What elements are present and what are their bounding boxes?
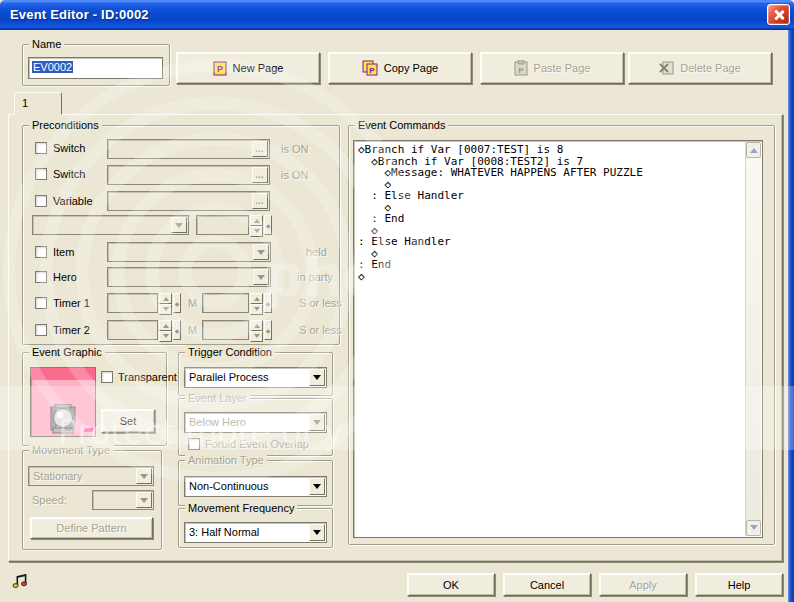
event-layer-label: Event Layer <box>185 391 250 405</box>
switch2-condition-label: is ON <box>281 169 309 181</box>
name-input-selected-text: EV0002 <box>32 61 73 73</box>
spinner-down-icon <box>159 331 172 342</box>
command-line[interactable]: : End <box>358 259 742 271</box>
new-page-button[interactable]: P New Page <box>176 52 320 84</box>
help-label: Help <box>728 579 751 591</box>
spinner-up-icon <box>159 293 172 304</box>
timer1-checkbox[interactable] <box>35 297 47 309</box>
apply-button: Apply <box>599 573 687 596</box>
copy-page-icon: P <box>362 60 378 76</box>
variable-checkbox[interactable] <box>35 195 47 207</box>
spinner-up-icon <box>250 320 263 331</box>
hero-checkbox[interactable] <box>35 271 47 283</box>
trigger-condition-dropdown[interactable]: Parallel Process <box>184 367 327 388</box>
timer1-minutes-spinner: ◆ <box>107 293 181 313</box>
window-title: Event Editor - ID:0002 <box>10 7 149 22</box>
event-editor-window: Event Editor - ID:0002 Name EV0002 P New… <box>0 0 794 602</box>
define-pattern-label: Define Pattern <box>56 522 126 534</box>
svg-text:P: P <box>217 64 223 74</box>
timer2-seconds-spinner: ◆ <box>202 320 272 340</box>
ok-button[interactable]: OK <box>407 573 495 596</box>
item-label: Item <box>53 246 74 258</box>
spinner-up-icon <box>250 293 263 304</box>
item-dropdown <box>107 242 271 262</box>
page-tab-1[interactable]: 1 <box>14 92 62 115</box>
define-pattern-button: Define Pattern <box>30 517 153 539</box>
timer1-seconds-spinner: ◆ <box>202 293 272 313</box>
spinner-down-icon <box>159 304 172 315</box>
hero-condition-label: in party <box>297 271 333 283</box>
command-line[interactable]: ◇ <box>358 271 742 283</box>
spinner-toggle-icon: ◆ <box>264 215 272 235</box>
command-line[interactable]: : Else Handler <box>358 236 742 248</box>
chevron-down-icon <box>309 478 325 495</box>
transparent-checkbox[interactable] <box>101 371 113 383</box>
switch1-condition-label: is ON <box>281 143 309 155</box>
chevron-down-icon <box>309 414 325 431</box>
item-checkbox[interactable] <box>35 246 47 258</box>
item-condition-label: held <box>306 246 327 258</box>
apply-label: Apply <box>629 579 657 591</box>
delete-page-icon <box>659 61 674 75</box>
variable-label: Variable <box>53 195 93 207</box>
close-icon <box>773 9 785 21</box>
switch1-checkbox[interactable] <box>35 142 47 154</box>
music-note-icon <box>12 572 29 590</box>
commands-scrollbar[interactable] <box>745 142 761 536</box>
movement-type-value: Stationary <box>33 470 83 482</box>
event-sprite <box>50 404 76 434</box>
timer2-minutes-spinner: ◆ <box>107 320 181 340</box>
timer1-label: Timer 1 <box>53 297 90 309</box>
window-right-border <box>788 30 794 602</box>
movement-frequency-value: 3: Half Normal <box>189 526 259 538</box>
ellipsis-icon: … <box>255 197 265 206</box>
svg-text:P: P <box>518 66 524 75</box>
event-graphic-label: Event Graphic <box>29 345 105 359</box>
event-graphic-preview[interactable] <box>30 367 96 437</box>
cancel-button[interactable]: Cancel <box>503 573 591 596</box>
spinner-down-icon <box>250 226 263 237</box>
chevron-down-icon <box>309 369 325 386</box>
paste-page-label: Paste Page <box>534 62 591 74</box>
animation-type-dropdown[interactable]: Non-Continuous <box>184 476 327 497</box>
help-button[interactable]: Help <box>695 573 783 596</box>
command-line[interactable]: ◇Branch if Var [0007:TEST] is 8 <box>358 144 742 156</box>
movement-frequency-dropdown[interactable]: 3: Half Normal <box>184 522 327 543</box>
command-line[interactable]: : Else Handler <box>358 190 742 202</box>
trigger-condition-label: Trigger Condition <box>185 345 275 359</box>
variable-value-spinner: ◆ <box>196 215 272 235</box>
spinner-toggle-icon: ◆ <box>173 293 181 313</box>
name-input[interactable]: EV0002 <box>28 57 163 79</box>
scroll-down-icon[interactable] <box>746 520 761 536</box>
close-button[interactable] <box>767 4 790 25</box>
timer2-checkbox[interactable] <box>35 324 47 336</box>
magenta-pixel-artifact <box>84 428 93 432</box>
variable-browse-button: … <box>252 193 268 209</box>
switch2-browse-button: … <box>252 167 268 183</box>
new-page-label: New Page <box>233 62 284 74</box>
scroll-up-icon[interactable] <box>746 142 761 158</box>
command-line[interactable]: : End <box>358 213 742 225</box>
timer2-condition-label: S or less <box>299 324 342 336</box>
copy-page-button[interactable]: P Copy Page <box>328 52 472 84</box>
trigger-condition-value: Parallel Process <box>189 371 268 383</box>
switch1-label: Switch <box>53 142 85 154</box>
command-line[interactable]: ◇ <box>358 248 742 260</box>
event-layer-dropdown: Below Hero <box>184 412 327 433</box>
spinner-down-icon <box>250 304 263 315</box>
copy-page-label: Copy Page <box>384 62 438 74</box>
timer1-condition-label: S or less <box>299 297 342 309</box>
set-graphic-button[interactable]: Set <box>101 409 155 433</box>
spinner-up-icon <box>159 320 172 331</box>
chevron-down-icon <box>136 492 152 508</box>
variable-field: … <box>107 191 270 211</box>
timer2-label: Timer 2 <box>53 324 90 336</box>
cancel-label: Cancel <box>530 579 564 591</box>
event-commands-list[interactable]: ◇Branch if Var [0007:TEST] is 8 ◇Branch … <box>353 140 763 538</box>
switch2-checkbox[interactable] <box>35 168 47 180</box>
command-line[interactable]: ◇Message: WHATEVER HAPPENS AFTER PUZZLE <box>358 167 742 179</box>
forbid-event-overlap-checkbox <box>188 438 200 450</box>
command-line[interactable]: ◇ <box>358 202 742 214</box>
page-tab-1-label: 1 <box>22 97 28 109</box>
variable-comparison-dropdown <box>32 215 189 235</box>
